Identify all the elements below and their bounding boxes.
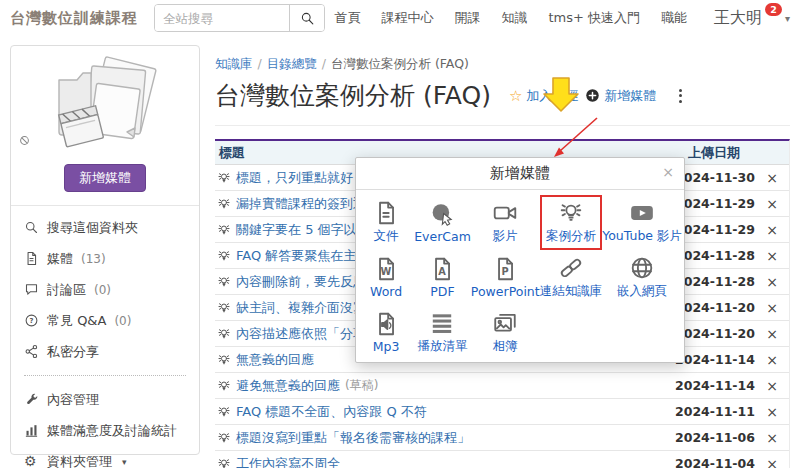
media-title-link[interactable]: 工作內容寫不周全 [236,455,340,468]
nav-item[interactable]: 職能 [661,9,687,27]
media-folder-illustration [39,56,171,160]
modal-item-label: 案例分析 [546,228,596,245]
modal-item-label: 相簿 [493,338,518,355]
link-icon [558,255,584,281]
nav-item[interactable]: 知識 [501,9,527,27]
sidebar-item[interactable]: ?常見 Q&A(0) [24,305,186,336]
breadcrumb-separator: / [322,56,326,71]
delete-button[interactable]: × [755,404,789,420]
modal-item-label: Mp3 [373,339,400,354]
modal-item[interactable]: APDF [414,250,471,305]
nav-item[interactable]: 課程中心 [381,9,433,27]
add-media-button[interactable]: 新增媒體 [64,164,146,192]
row-title-cell: FAQ 標題不全面、內容跟 Q 不符 [215,403,675,421]
lightbulb-icon [217,327,231,341]
column-upload-date: 上傳日期 [675,144,789,162]
upload-date: 2024-11-20 [675,300,755,315]
modal-item[interactable]: 文件 [358,195,414,250]
sidebar-item[interactable]: ⚙資料夾管理▾ [24,446,186,468]
modal-item-label: 文件 [374,228,399,245]
sidebar-item[interactable]: 討論區(0) [24,274,186,305]
lightbulb-icon [558,200,584,226]
document-file-icon [373,200,399,226]
delete-button[interactable]: × [755,430,789,446]
media-title-link[interactable]: 漏掉實體課程的簽到退 [236,195,366,213]
add-media-link[interactable]: 新增媒體 [585,87,656,105]
modal-item[interactable]: 連結知識庫 [540,250,603,305]
sidebar-item[interactable]: 私密分享 [24,336,186,367]
sidebar-item[interactable]: 媒體滿意度及討論統計 [24,415,186,446]
delete-button[interactable]: × [755,300,789,316]
evercam-icon [429,201,455,227]
search-icon [300,11,315,26]
share-icon [24,344,39,359]
lightbulb-icon [217,431,231,445]
upload-date: 2024-11-11 [675,404,755,419]
modal-item[interactable]: 嵌入網頁 [602,250,682,305]
modal-item[interactable]: Mp3 [358,305,414,360]
table-row: 標題沒寫到重點「報名後需審核的課程」2024-11-06× [215,425,789,451]
modal-item[interactable]: YouTube 影片 [602,195,682,250]
chevron-down-icon: ▾ [785,13,790,24]
lightbulb-icon [217,171,231,185]
modal-item[interactable]: PPowerPoint [471,250,540,305]
nav-item[interactable]: 首頁 [334,9,360,27]
mp3-icon [373,311,399,337]
nav-item[interactable]: tms+ 快速入門 [548,9,640,27]
delete-button[interactable]: × [755,170,789,186]
upload-date: 2024-11-14 [675,352,755,367]
modal-item-label: 嵌入網頁 [617,283,667,300]
modal-item[interactable]: WWord [358,250,414,305]
modal-item[interactable]: EverCam [414,195,471,250]
modal-item[interactable]: 播放清單 [414,305,471,360]
sidebar-divider [24,375,186,376]
delete-button[interactable]: × [755,326,789,342]
breadcrumb-knowledge-base[interactable]: 知識庫 [215,56,253,71]
svg-text:W: W [381,266,392,277]
lightbulb-icon [217,275,231,289]
delete-button[interactable]: × [755,196,789,212]
album-icon [492,310,518,336]
sidebar-item[interactable]: 搜尋這個資料夾 [24,212,186,243]
media-title-link[interactable]: 避免無意義的回應 [236,377,340,395]
prohibition-icon [19,131,30,142]
user-name: 王大明 [714,8,762,29]
media-title-link[interactable]: 無意義的回應 [236,351,314,369]
delete-button[interactable]: × [755,248,789,264]
user-menu[interactable]: 王大明 2 ▾ [714,8,790,29]
search-button[interactable] [289,5,324,31]
add-shortcut-link[interactable]: ☆ 加入捷徑 [509,87,578,105]
modal-item[interactable]: 案例分析 [540,195,603,250]
nav-item[interactable]: 開課 [454,9,480,27]
breadcrumb: 知識庫/目錄總覽/台灣數位案例分析 (FAQ) [215,36,790,73]
add-media-modal: 新增媒體 × 文件EverCam影片案例分析YouTube 影片WWordAPD… [355,157,685,363]
table-row: FAQ 標題不全面、內容跟 Q 不符2024-11-11× [215,399,789,425]
modal-item-label: 播放清單 [417,338,467,355]
breadcrumb-catalog[interactable]: 目錄總覽 [267,56,317,71]
kebab-menu-icon[interactable] [675,87,686,105]
powerpoint-icon: P [492,256,518,282]
delete-button[interactable]: × [755,222,789,238]
row-title-cell: 工作內容寫不周全 [215,455,675,468]
delete-button[interactable]: × [755,456,789,468]
gear-icon: ⚙ [24,454,39,468]
delete-button[interactable]: × [755,378,789,394]
sidebar-item[interactable]: 內容管理 [24,384,186,415]
media-title-link[interactable]: 標題沒寫到重點「報名後需審核的課程」 [236,429,470,447]
upload-date: 2024-11-04 [675,456,755,468]
sidebar-item[interactable]: 媒體(13) [24,243,186,274]
sidebar-item-label: 討論區 [47,281,86,299]
delete-button[interactable]: × [755,352,789,368]
row-title-cell: 標題沒寫到重點「報名後需審核的課程」 [215,429,675,447]
media-title-link[interactable]: 關鍵字要在 5 個字以內 [236,221,370,239]
modal-item[interactable]: 相簿 [471,305,540,360]
modal-item-label: YouTube 影片 [602,228,682,245]
close-icon[interactable]: × [662,165,674,179]
question-icon: ? [24,313,39,328]
modal-grid: 文件EverCam影片案例分析YouTube 影片WWordAPDFPPower… [356,190,684,365]
media-title-link[interactable]: FAQ 標題不全面、內容跟 Q 不符 [236,403,427,421]
modal-item[interactable]: 影片 [471,195,540,250]
sidebar-item-label: 常見 Q&A [47,312,106,330]
delete-button[interactable]: × [755,274,789,290]
search-input[interactable] [155,5,289,31]
